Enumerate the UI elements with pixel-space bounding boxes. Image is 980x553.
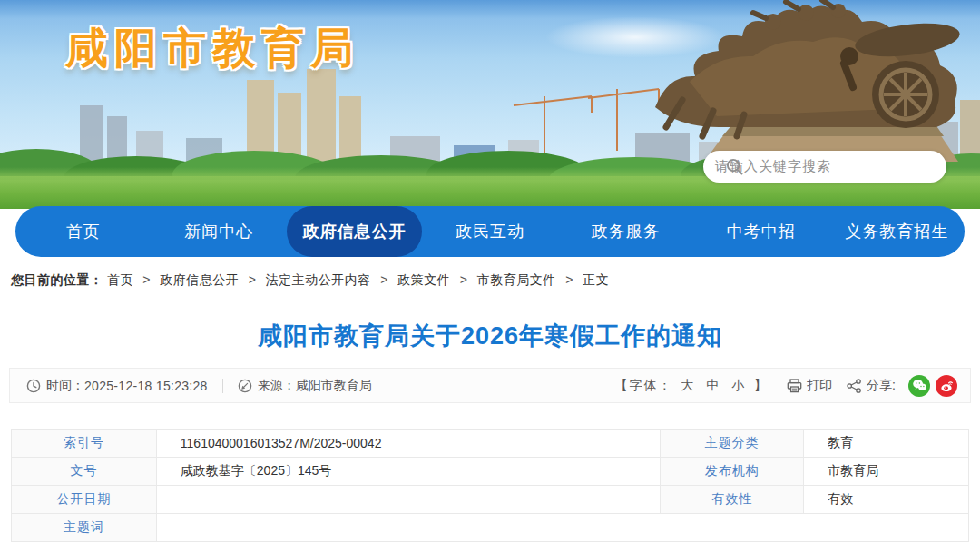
doc-number-label: 文号 bbox=[12, 458, 157, 486]
nav-item-home[interactable]: 首页 bbox=[15, 206, 151, 257]
nav-item-services[interactable]: 政务服务 bbox=[558, 206, 693, 257]
print-button[interactable]: 打印 bbox=[787, 378, 832, 394]
validity-label: 有效性 bbox=[661, 486, 804, 514]
nav-item-gov-info[interactable]: 政府信息公开 bbox=[287, 206, 422, 257]
search-icon bbox=[726, 158, 743, 175]
article-meta-bar: 时间： 2025-12-18 15:23:28 来源： 咸阳市教育局 【字体： … bbox=[9, 368, 971, 403]
site-logo[interactable]: 咸阳市教育局 bbox=[65, 20, 359, 77]
source-icon bbox=[238, 379, 252, 393]
breadcrumb-bureau-docs[interactable]: 市教育局文件 bbox=[477, 272, 556, 287]
topic-category-value: 教育 bbox=[804, 430, 969, 458]
issuing-agency-label: 发布机构 bbox=[661, 458, 804, 486]
breadcrumb-separator: > bbox=[380, 272, 388, 287]
search-input[interactable]: 请输入关键字搜索 bbox=[703, 151, 946, 183]
breadcrumb-prefix: 您目前的位置： bbox=[11, 272, 103, 287]
font-size-large[interactable]: 大 bbox=[681, 378, 695, 392]
print-label: 打印 bbox=[807, 378, 832, 394]
font-label-close: 】 bbox=[754, 378, 769, 392]
weibo-share-icon[interactable] bbox=[936, 375, 957, 397]
publish-time: 2025-12-18 15:23:28 bbox=[84, 379, 208, 393]
font-size-small[interactable]: 小 bbox=[731, 378, 746, 392]
publish-date-value bbox=[156, 486, 661, 514]
table-row: 文号 咸政教基字〔2025〕145号 发布机构 市教育局 bbox=[12, 458, 969, 486]
breadcrumb: 您目前的位置： 首页 > 政府信息公开 > 法定主动公开内容 > 政策文件 > … bbox=[11, 272, 609, 289]
share-icon bbox=[847, 379, 862, 393]
breadcrumb-current: 正文 bbox=[583, 272, 609, 287]
font-size-medium[interactable]: 中 bbox=[706, 378, 720, 392]
page-title: 咸阳市教育局关于2026年寒假工作的通知 bbox=[0, 320, 980, 352]
breadcrumb-policy-docs[interactable]: 政策文件 bbox=[397, 272, 450, 287]
keywords-value bbox=[156, 514, 968, 542]
font-label-open: 【字体： bbox=[615, 378, 673, 392]
source-value: 咸阳市教育局 bbox=[296, 378, 372, 394]
breadcrumb-separator: > bbox=[249, 272, 257, 287]
breadcrumb-home[interactable]: 首页 bbox=[107, 272, 133, 287]
breadcrumb-gov-info[interactable]: 政府信息公开 bbox=[160, 272, 239, 287]
issuing-agency-value: 市教育局 bbox=[804, 458, 969, 486]
share-label: 分享: bbox=[867, 378, 896, 394]
page: 咸阳市教育局 请输入关键字搜索 首页 新闻中心 政府信息公开 政民互动 政务服务… bbox=[0, 0, 980, 553]
validity-value: 有效 bbox=[804, 486, 969, 514]
time-label: 时间： bbox=[46, 378, 84, 394]
main-nav: 首页 新闻中心 政府信息公开 政民互动 政务服务 中考中招 义务教育招生 bbox=[15, 206, 965, 257]
nav-item-interaction[interactable]: 政民互动 bbox=[422, 206, 557, 257]
topic-category-label: 主题分类 bbox=[661, 430, 804, 458]
share-control[interactable]: 分享: bbox=[847, 378, 903, 394]
font-size-control: 【字体： 大 中 小 】 bbox=[615, 378, 769, 394]
nav-item-news[interactable]: 新闻中心 bbox=[151, 206, 286, 257]
breadcrumb-separator: > bbox=[460, 272, 468, 287]
breadcrumb-separator: > bbox=[142, 272, 151, 287]
source-label: 来源： bbox=[258, 378, 296, 394]
nav-item-exam[interactable]: 中考中招 bbox=[693, 206, 828, 257]
table-row: 索引号 11610400016013527M/2025-00042 主题分类 教… bbox=[12, 430, 969, 458]
chariot-statue-graphic bbox=[635, 0, 980, 162]
doc-number-value: 咸政教基字〔2025〕145号 bbox=[156, 458, 661, 486]
table-row: 公开日期 有效性 有效 bbox=[12, 486, 969, 514]
publish-date-label: 公开日期 bbox=[12, 486, 157, 514]
keywords-label: 主题词 bbox=[12, 514, 157, 542]
index-number-value: 11610400016013527M/2025-00042 bbox=[156, 430, 661, 458]
divider bbox=[222, 379, 223, 393]
printer-icon bbox=[787, 379, 802, 393]
breadcrumb-legal-disclosure[interactable]: 法定主动公开内容 bbox=[266, 272, 371, 287]
clock-icon bbox=[26, 379, 41, 393]
wechat-share-icon[interactable] bbox=[908, 375, 930, 397]
index-number-label: 索引号 bbox=[12, 430, 157, 458]
table-row: 主题词 bbox=[12, 514, 969, 542]
breadcrumb-separator: > bbox=[565, 272, 573, 287]
document-info-table: 索引号 11610400016013527M/2025-00042 主题分类 教… bbox=[11, 429, 969, 542]
nav-item-enrollment[interactable]: 义务教育招生 bbox=[829, 206, 965, 257]
header-banner: 咸阳市教育局 请输入关键字搜索 bbox=[0, 0, 980, 209]
